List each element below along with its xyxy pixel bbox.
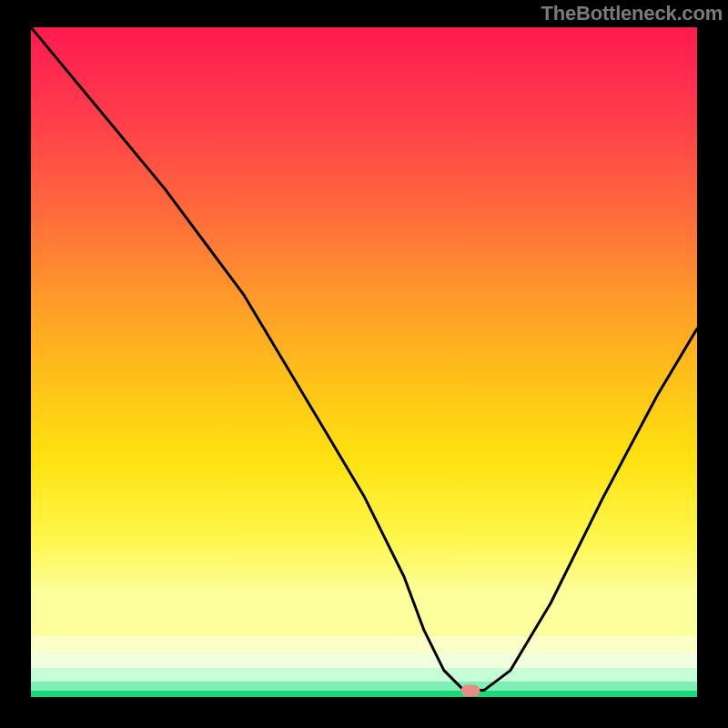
chart-frame: TheBottleneck.com bbox=[0, 0, 728, 728]
optimal-marker bbox=[461, 684, 480, 696]
curve-path bbox=[31, 27, 697, 691]
bottleneck-curve bbox=[31, 27, 697, 697]
attribution-label: TheBottleneck.com bbox=[541, 2, 723, 25]
plot-area bbox=[31, 27, 697, 697]
